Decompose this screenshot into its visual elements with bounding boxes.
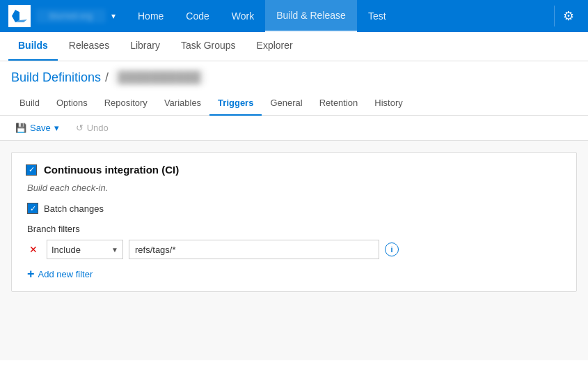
close-icon: ✕ xyxy=(29,244,38,255)
breadcrumb: Build Definitions / ██████████ xyxy=(0,61,588,91)
top-nav-links: Home Code Work Build & Release Test xyxy=(127,0,551,32)
ci-card: ✓ Continuous integration (CI) Build each… xyxy=(11,152,577,292)
nav-separator xyxy=(554,6,555,26)
logo xyxy=(8,5,31,27)
page-tab-history[interactable]: History xyxy=(366,91,411,116)
org-chevron[interactable]: ▾ xyxy=(111,11,116,21)
filter-row: ✕ Include ▼ i xyxy=(26,240,562,259)
nav-code[interactable]: Code xyxy=(175,0,220,32)
settings-icon[interactable]: ⚙ xyxy=(557,8,580,24)
nav-home[interactable]: Home xyxy=(127,0,175,32)
nav-build-release[interactable]: Build & Release xyxy=(265,0,357,32)
org-brand: blurred-org xyxy=(36,9,106,23)
page-tab-retention[interactable]: Retention xyxy=(311,91,367,116)
tab-explorer[interactable]: Explorer xyxy=(247,31,303,61)
page-tab-build[interactable]: Build xyxy=(11,91,48,116)
vs-logo-icon xyxy=(12,8,27,24)
top-navigation: blurred-org ▾ Home Code Work Build & Rel… xyxy=(0,0,588,32)
plus-icon: + xyxy=(27,268,35,280)
save-label: Save xyxy=(30,123,51,133)
filter-type-select[interactable]: Include ▼ xyxy=(47,240,123,259)
checkbox-check-icon: ✓ xyxy=(29,166,35,174)
toolbar: 💾 Save ▾ ↺ Undo xyxy=(0,116,588,141)
batch-label: Batch changes xyxy=(44,203,104,214)
page-tab-repository[interactable]: Repository xyxy=(96,91,156,116)
save-icon: 💾 xyxy=(15,123,26,133)
filter-value-input[interactable] xyxy=(129,240,379,259)
filter-type-label: Include xyxy=(51,245,111,255)
ci-subtitle: Build each check-in. xyxy=(27,183,562,193)
page-tab-triggers[interactable]: Triggers xyxy=(209,91,262,116)
add-filter-label: Add new filter xyxy=(38,269,93,279)
tab-builds[interactable]: Builds xyxy=(8,31,58,61)
add-new-filter-button[interactable]: + Add new filter xyxy=(27,268,562,280)
undo-label: Undo xyxy=(87,123,109,133)
main-content: ✓ Continuous integration (CI) Build each… xyxy=(0,141,588,360)
batch-check-icon: ✓ xyxy=(30,204,36,213)
page-tab-general[interactable]: General xyxy=(262,91,310,116)
svg-marker-0 xyxy=(12,10,19,22)
tab-releases[interactable]: Releases xyxy=(59,31,119,61)
branch-filters-label: Branch filters xyxy=(27,224,562,234)
breadcrumb-current: ██████████ xyxy=(113,70,206,85)
save-dropdown-icon: ▾ xyxy=(54,123,59,133)
page-tab-options[interactable]: Options xyxy=(48,91,96,116)
save-button[interactable]: 💾 Save ▾ xyxy=(11,120,63,136)
breadcrumb-build-definitions[interactable]: Build Definitions xyxy=(11,70,101,85)
ci-header: ✓ Continuous integration (CI) xyxy=(26,164,562,176)
undo-icon: ↺ xyxy=(76,123,84,133)
tab-library[interactable]: Library xyxy=(120,31,170,61)
chevron-down-icon: ▼ xyxy=(111,246,118,254)
page-tabs: Build Options Repository Variables Trigg… xyxy=(0,91,588,116)
sub-navigation: Builds Releases Library Task Groups Expl… xyxy=(0,32,588,61)
tab-task-groups[interactable]: Task Groups xyxy=(171,31,246,61)
ci-enable-checkbox[interactable]: ✓ xyxy=(26,164,37,176)
undo-button[interactable]: ↺ Undo xyxy=(72,120,113,136)
ci-title: Continuous integration (CI) xyxy=(44,164,179,176)
batch-changes-checkbox[interactable]: ✓ xyxy=(27,203,38,214)
nav-work[interactable]: Work xyxy=(221,0,265,32)
breadcrumb-separator: / xyxy=(105,70,109,85)
page-tab-variables[interactable]: Variables xyxy=(156,91,209,116)
nav-test[interactable]: Test xyxy=(357,0,397,32)
remove-filter-button[interactable]: ✕ xyxy=(26,242,41,257)
info-icon[interactable]: i xyxy=(385,242,399,256)
batch-row: ✓ Batch changes xyxy=(27,203,562,214)
